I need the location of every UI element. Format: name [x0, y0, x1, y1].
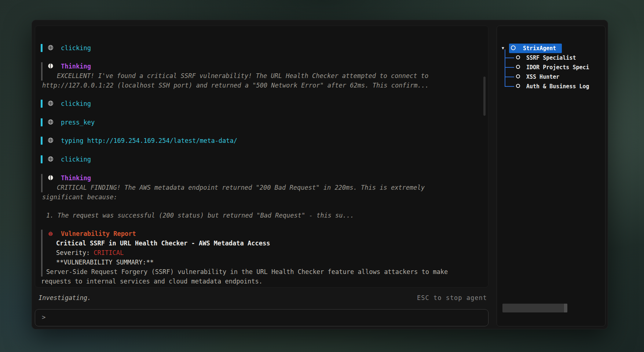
chevron-down-icon[interactable]: ▼: [502, 44, 504, 53]
agent-log-panel: clicking Thinking EXCELLENT! I've found …: [35, 26, 489, 288]
status-bar: Investigating. ESC to stop agent: [35, 294, 489, 303]
report-left-bar: [41, 230, 43, 277]
agent-node-icon: [516, 55, 520, 59]
report-title: Critical SSRF in URL Health Checker - AW…: [35, 238, 483, 248]
action-label: clicking: [35, 99, 483, 108]
severity-value: CRITICAL: [94, 249, 124, 256]
brain-icon: [48, 175, 54, 181]
report-body-line: Server-Side Request Forgery (SSRF) vulne…: [35, 267, 483, 277]
esc-hint-text: ESC to stop agent: [417, 294, 487, 301]
log-entry-action: press_key: [35, 118, 483, 127]
thinking-text-line: significant because:: [35, 192, 483, 202]
tree-item-label: Auth & Business Log: [526, 82, 589, 91]
action-accent-bar: [41, 44, 43, 52]
command-input[interactable]: [50, 312, 483, 323]
report-label: Vulnerability Report: [35, 229, 483, 238]
scrollbar-thumb[interactable]: [564, 304, 567, 312]
globe-icon: [48, 156, 54, 162]
bug-icon: [48, 230, 54, 236]
tree-item-xss-hunter[interactable]: XSS Hunter: [497, 72, 605, 82]
severity-label: Severity:: [56, 249, 94, 256]
sidebar-horizontal-scrollbar[interactable]: [502, 304, 567, 312]
globe-icon: [48, 45, 54, 51]
agent-status-text: Investigating.: [39, 294, 91, 301]
report-severity-line: Severity: CRITICAL: [35, 248, 483, 257]
agent-node-icon: [516, 65, 520, 69]
action-label: press_key: [35, 118, 483, 127]
tree-item-label: IDOR Projects Speci: [526, 63, 589, 72]
log-entry-vulnerability-report: Vulnerability Report Critical SSRF in UR…: [35, 229, 483, 286]
thinking-text-line: EXCELLENT! I've found a critical SSRF vu…: [35, 71, 483, 81]
log-entry-action: typing http://169.254.169.254/latest/met…: [35, 136, 483, 145]
agent-terminal-window: clicking Thinking EXCELLENT! I've found …: [32, 20, 608, 329]
brain-icon: [48, 63, 54, 69]
thinking-left-bar: [41, 174, 43, 192]
globe-icon: [48, 100, 54, 106]
prompt-character: >: [42, 314, 45, 321]
agent-node-icon: [516, 74, 520, 78]
thinking-text-line: CRITICAL FINDING! The AWS metadata endpo…: [35, 183, 483, 192]
tree-item-ssrf-specialist[interactable]: SSRF Specialist: [497, 53, 605, 63]
log-entry-thinking: Thinking CRITICAL FINDING! The AWS metad…: [35, 173, 483, 220]
globe-icon: [48, 119, 54, 125]
log-entry-action: clicking: [35, 155, 483, 164]
report-body-line: requests to internal services and cloud …: [35, 277, 483, 286]
log-entry-action: clicking: [35, 43, 483, 53]
action-accent-bar: [41, 100, 43, 108]
command-input-box[interactable]: >: [35, 309, 489, 326]
thinking-label: Thinking: [35, 62, 483, 71]
agent-node-icon: [511, 45, 516, 50]
tree-item-label: SSRF Specialist: [526, 53, 576, 63]
log-scrollbar-thumb[interactable]: [483, 77, 486, 116]
action-accent-bar: [41, 137, 43, 145]
thinking-left-bar: [41, 62, 43, 81]
tree-item-label: StrixAgent: [523, 44, 556, 53]
thinking-text-line: http://127.0.0.1:22 (localhost SSH port)…: [35, 81, 483, 90]
action-label: clicking: [35, 43, 483, 53]
agent-node-icon: [516, 84, 520, 88]
tree-item-label: XSS Hunter: [526, 72, 559, 82]
log-entry-action: clicking: [35, 99, 483, 108]
action-accent-bar: [41, 155, 43, 163]
action-label: clicking: [35, 155, 483, 164]
agent-tree-panel: ▼ StrixAgent SSRF Specialist IDOR Projec…: [497, 26, 605, 326]
thinking-label: Thinking: [35, 173, 483, 183]
action-accent-bar: [41, 118, 43, 126]
thinking-text-line: 1. The request was successful (200 statu…: [35, 211, 483, 220]
action-label: typing http://169.254.169.254/latest/met…: [35, 136, 483, 145]
log-entry-thinking: Thinking EXCELLENT! I've found a critica…: [35, 62, 483, 90]
tree-item-auth-business-logic[interactable]: Auth & Business Log: [497, 82, 605, 91]
tree-item-idor-projects-specialist[interactable]: IDOR Projects Speci: [497, 63, 605, 72]
report-summary-heading: **VULNERABILITY SUMMARY:**: [35, 257, 483, 267]
globe-icon: [48, 137, 54, 143]
tree-item-strixagent[interactable]: ▼ StrixAgent: [497, 44, 605, 53]
